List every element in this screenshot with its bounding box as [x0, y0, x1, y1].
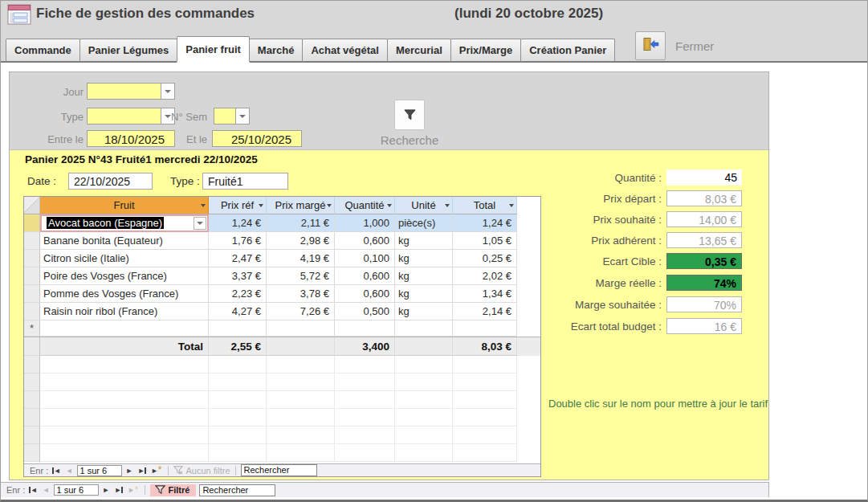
cell-prix-ref[interactable]: 3,37 €	[209, 267, 267, 285]
cell-fruit[interactable]	[40, 320, 209, 337]
record-position-box[interactable]: 1 sur 6	[77, 465, 122, 476]
cell-prix-marge[interactable]: 3,78 €	[267, 285, 335, 303]
search-filter-button[interactable]	[394, 100, 425, 130]
sem-dropdown-button[interactable]	[235, 108, 250, 124]
cell-total[interactable]: 1,05 €	[453, 232, 517, 250]
jour-combobox[interactable]	[87, 83, 161, 100]
record-search-input[interactable]: Rechercher	[199, 484, 275, 496]
next-record-button[interactable]: ►	[125, 467, 134, 475]
cell-fruit[interactable]: Citron sicile (Italie)	[40, 250, 209, 267]
cell-total[interactable]	[453, 320, 517, 337]
next-record-button[interactable]: ►	[102, 486, 111, 494]
quantite-field[interactable]: 45	[666, 169, 742, 186]
column-header-quantite[interactable]: Quantité	[335, 197, 395, 214]
date-field[interactable]: 22/10/2025	[68, 173, 153, 190]
cell-unite[interactable]: kg	[395, 303, 453, 320]
cell-unite[interactable]: kg	[395, 267, 453, 285]
filtered-indicator[interactable]: Filtré	[150, 484, 197, 496]
previous-record-button[interactable]: ◄	[65, 467, 74, 475]
type-combobox[interactable]	[87, 108, 161, 124]
cell-unite[interactable]: kg	[395, 232, 453, 250]
record-selector[interactable]	[24, 250, 40, 267]
column-header-prix-ref[interactable]: Prix réf	[209, 197, 267, 214]
jour-dropdown-button[interactable]	[161, 83, 175, 100]
record-search-input[interactable]: Rechercher	[241, 464, 317, 476]
column-header-total[interactable]: Total	[453, 197, 517, 214]
cell-prix-ref[interactable]: 4,27 €	[209, 303, 267, 320]
last-record-button[interactable]: ►	[114, 486, 124, 494]
cell-total[interactable]: 0,25 €	[453, 250, 517, 267]
tab-panier-legumes[interactable]: Panier Légumes	[79, 39, 177, 63]
cell-prix-marge[interactable]: 2,11 €	[267, 214, 335, 232]
new-record-row[interactable]: *	[24, 320, 540, 337]
cell-unite[interactable]: pièce(s)	[395, 214, 453, 232]
close-form-button[interactable]	[635, 31, 666, 60]
cell-quantite[interactable]: 0,600	[335, 267, 395, 285]
previous-record-button[interactable]: ◄	[42, 486, 51, 494]
new-record-button[interactable]: ►*	[150, 467, 163, 475]
record-position-box[interactable]: 1 sur 6	[54, 484, 99, 496]
cell-prix-marge[interactable]: 4,19 €	[267, 250, 335, 267]
cell-prix-ref[interactable]: 2,23 €	[209, 285, 267, 303]
filter-arrow-icon[interactable]	[201, 204, 206, 207]
cell-prix-ref[interactable]: 1,76 €	[209, 232, 267, 250]
first-record-button[interactable]: ◄	[51, 467, 61, 475]
no-filter-indicator[interactable]: Aucun filtre	[173, 466, 230, 475]
cell-unite[interactable]: kg	[395, 250, 453, 267]
filter-arrow-icon[interactable]	[445, 204, 450, 207]
tab-achat-vegetal[interactable]: Achat végétal	[302, 39, 388, 63]
record-selector[interactable]	[24, 214, 40, 232]
last-record-button[interactable]: ►	[137, 467, 147, 475]
tab-marche[interactable]: Marché	[249, 39, 304, 63]
fruit-combo-button[interactable]	[194, 217, 206, 230]
cell-quantite[interactable]: 0,500	[335, 303, 395, 320]
cell-unite[interactable]: kg	[395, 285, 453, 303]
cell-quantite[interactable]: 0,100	[335, 250, 395, 267]
cell-fruit-editing[interactable]: Avocat bacon (Espagne)	[40, 214, 209, 232]
cell-quantite[interactable]: 0,600	[335, 285, 395, 303]
cell-quantite[interactable]: 0,600	[335, 232, 395, 250]
type-field[interactable]: Fruité1	[202, 173, 288, 190]
cell-total[interactable]: 1,24 €	[453, 214, 517, 232]
first-record-button[interactable]: ◄	[28, 486, 38, 494]
record-selector[interactable]	[24, 285, 40, 303]
filter-arrow-icon[interactable]	[327, 204, 332, 207]
column-header-prix-marge[interactable]: Prix margé	[267, 197, 335, 214]
tab-panier-fruit[interactable]: Panier fruit	[177, 36, 250, 63]
record-selector[interactable]	[24, 232, 40, 250]
num-semaine-combobox[interactable]	[214, 108, 236, 124]
tab-prix-marge[interactable]: Prix/Marge	[450, 39, 521, 63]
column-header-fruit[interactable]: Fruit	[40, 197, 209, 214]
record-selector[interactable]	[24, 267, 40, 285]
column-header-unite[interactable]: Unité	[395, 197, 453, 214]
filter-arrow-icon[interactable]	[509, 204, 514, 207]
cell-unite[interactable]	[395, 320, 453, 337]
cell-quantite[interactable]: 1,000	[335, 214, 395, 232]
cell-fruit[interactable]: Raisin noir ribol (France)	[40, 303, 209, 320]
cell-fruit[interactable]: Banane bonita (Equateur)	[40, 232, 209, 250]
tab-creation-panier[interactable]: Création Panier	[520, 39, 615, 63]
cell-prix-marge[interactable]: 5,72 €	[267, 267, 335, 285]
cell-prix-marge[interactable]: 7,26 €	[267, 303, 335, 320]
cell-prix-ref[interactable]	[209, 320, 267, 337]
new-record-button[interactable]: ►*	[127, 486, 140, 494]
new-record-asterisk-icon: *	[30, 322, 34, 334]
date-from-field[interactable]: 18/10/2025	[87, 130, 175, 147]
cell-prix-marge[interactable]: 2,98 €	[267, 232, 335, 250]
tab-mercurial[interactable]: Mercurial	[387, 39, 451, 63]
cell-total[interactable]: 1,34 €	[453, 285, 517, 303]
select-all-corner[interactable]	[24, 197, 40, 214]
tab-commande[interactable]: Commande	[6, 39, 80, 63]
cell-quantite[interactable]	[267, 320, 335, 337]
cell-prix-ref[interactable]: 2,47 €	[209, 250, 267, 267]
cell-prix-ref[interactable]: 1,24 €	[209, 214, 267, 232]
cell-quantite[interactable]	[335, 320, 395, 337]
cell-total[interactable]: 2,14 €	[453, 303, 517, 320]
cell-total[interactable]: 2,02 €	[453, 267, 517, 285]
filter-arrow-icon[interactable]	[387, 204, 392, 207]
record-selector[interactable]	[24, 303, 40, 320]
cell-fruit[interactable]: Poire des Vosges (France)	[40, 267, 209, 285]
filter-arrow-icon[interactable]	[259, 204, 263, 207]
date-to-field[interactable]: 25/10/2025	[212, 130, 302, 147]
cell-fruit[interactable]: Pomme des Vosges (France)	[40, 285, 209, 303]
